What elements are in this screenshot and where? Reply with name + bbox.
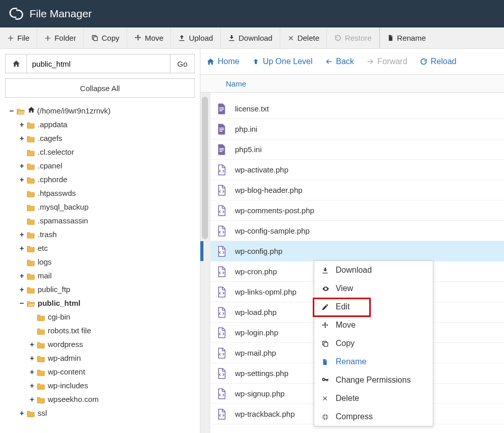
tree-item[interactable]: logs	[18, 255, 195, 269]
tree-item[interactable]: .spamassassin	[18, 214, 195, 227]
tree-label[interactable]: cgi-bin	[48, 312, 70, 321]
tree-label[interactable]: .cpanel	[38, 161, 62, 170]
context-copy[interactable]: Copy	[314, 334, 433, 353]
toolbar-folder-button[interactable]: Folder	[37, 27, 84, 48]
tree-root-label[interactable]: (/home/i9wr9n1zrnvk)	[37, 106, 110, 115]
tree-toggle[interactable]: +	[28, 351, 36, 365]
toolbar-delete-button[interactable]: Delete	[280, 27, 327, 48]
context-view[interactable]: View	[314, 279, 433, 298]
tree-toggle[interactable]: +	[18, 241, 25, 255]
tree-item[interactable]: cgi-bin	[28, 310, 195, 324]
tree-item[interactable]: +.trash	[18, 227, 195, 241]
nav-home[interactable]: Home	[206, 57, 240, 66]
tree-item[interactable]: +wp-includes	[28, 379, 195, 392]
home-icon	[27, 106, 35, 115]
table-row[interactable]	[211, 93, 504, 99]
table-row[interactable]: wp-blog-header.php	[211, 180, 504, 200]
tree-toggle[interactable]: +	[28, 365, 36, 379]
table-row[interactable]: wp-config.php	[211, 241, 504, 262]
tree-label[interactable]: wordpress	[48, 340, 83, 349]
tree-item[interactable]: +.cphorde	[18, 172, 195, 186]
path-input[interactable]	[27, 54, 170, 73]
tree-label[interactable]: .trash	[38, 230, 57, 239]
tree-toggle[interactable]: +	[18, 406, 25, 420]
tree-toggle[interactable]: +	[18, 269, 25, 282]
tree-label[interactable]: wpseekho.com	[48, 395, 99, 403]
tree-toggle[interactable]: +	[18, 282, 25, 296]
context-move[interactable]: Move	[314, 316, 433, 334]
tree-label[interactable]: .htpasswds	[38, 189, 76, 197]
tree-item[interactable]: +wp-admin	[28, 351, 195, 365]
tree-toggle[interactable]: +	[28, 379, 36, 392]
tree-toggle[interactable]: +	[18, 172, 25, 186]
tree-toggle[interactable]: −	[18, 296, 25, 310]
tree-label[interactable]: robots.txt file	[48, 326, 91, 335]
toolbar-move-button[interactable]: Move	[127, 27, 171, 48]
tree-item[interactable]: robots.txt file	[28, 324, 195, 337]
context-delete[interactable]: Delete	[314, 389, 433, 408]
nav-up[interactable]: Up One Level	[252, 57, 313, 66]
home-icon[interactable]	[6, 54, 27, 73]
toolbar-copy-button[interactable]: Copy	[84, 27, 127, 48]
nav-reload[interactable]: Reload	[420, 57, 457, 66]
context-download[interactable]: Download	[314, 261, 433, 279]
tree-label[interactable]: ssl	[38, 409, 47, 417]
nav-back[interactable]: Back	[325, 57, 354, 66]
tree-item[interactable]: +.cpanel	[18, 159, 195, 172]
toolbar-download-button[interactable]: Download	[221, 27, 280, 48]
collapse-all-button[interactable]: Collapse All	[5, 78, 195, 98]
table-row[interactable]: wp-config-sample.php	[211, 221, 504, 241]
go-button[interactable]: Go	[170, 54, 194, 73]
tree-item[interactable]: −public_htmlcgi-binrobots.txt file+wordp…	[18, 296, 195, 406]
tree-label[interactable]: wp-admin	[48, 354, 81, 362]
column-name[interactable]: Name	[226, 79, 246, 88]
tree-label[interactable]: mail	[38, 271, 52, 280]
tree-label[interactable]: .mysql_backup	[38, 203, 88, 211]
tree-item[interactable]: +wpseekho.com	[28, 392, 195, 406]
table-row[interactable]: wp-activate.php	[211, 160, 504, 180]
tree-item[interactable]: +public_ftp	[18, 282, 195, 296]
tree-label[interactable]: .cagefs	[38, 134, 62, 142]
tree-toggle[interactable]: +	[28, 337, 36, 351]
tree-item[interactable]: +wp-content	[28, 365, 195, 379]
tree-label[interactable]: public_html	[38, 299, 80, 307]
tree-toggle[interactable]: +	[28, 392, 36, 406]
toolbar-rename-button[interactable]: Rename	[379, 27, 433, 48]
toolbar-upload-button[interactable]: Upload	[171, 27, 221, 48]
tree-toggle[interactable]: +	[18, 118, 25, 131]
tree-label[interactable]: .cl.selector	[38, 148, 74, 156]
tree-toggle[interactable]: +	[18, 131, 25, 145]
scrollbar-thumb[interactable]	[202, 97, 208, 239]
code-file-icon	[216, 286, 227, 298]
tree-item[interactable]: +etc	[18, 241, 195, 255]
tree-item[interactable]: +mail	[18, 269, 195, 282]
tree-label[interactable]: public_ftp	[38, 285, 70, 294]
tree-label[interactable]: etc	[38, 244, 48, 252]
tree-label[interactable]: wp-content	[48, 367, 85, 376]
table-row[interactable]: license.txt	[211, 99, 504, 119]
tree-toggle[interactable]: +	[18, 159, 25, 172]
table-row[interactable]: php.ini	[211, 119, 504, 139]
context-edit[interactable]: Edit	[314, 298, 433, 316]
tree-toggle[interactable]: +	[18, 227, 25, 241]
tree-item[interactable]: +wordpress	[28, 337, 195, 351]
tree-toggle[interactable]: −	[8, 104, 15, 118]
context-change-permissions[interactable]: Change Permissions	[314, 371, 433, 389]
table-row[interactable]: wp-comments-post.php	[211, 200, 504, 221]
context-rename[interactable]: Rename	[314, 353, 433, 371]
tree-item[interactable]: .cl.selector	[18, 145, 195, 159]
tree-label[interactable]: logs	[38, 257, 52, 266]
tree-label[interactable]: wp-includes	[48, 381, 88, 390]
scrollbar[interactable]	[200, 93, 211, 433]
tree-item[interactable]: +.cagefs	[18, 131, 195, 145]
tree-label[interactable]: .spamassassin	[38, 216, 88, 225]
tree-item[interactable]: +ssl	[18, 406, 195, 420]
tree-item[interactable]: +.appdata	[18, 118, 195, 131]
table-row[interactable]: php5.ini	[211, 139, 504, 160]
context-compress[interactable]: Compress	[314, 408, 433, 426]
tree-item[interactable]: .mysql_backup	[18, 200, 195, 214]
tree-label[interactable]: .appdata	[38, 120, 67, 129]
tree-item[interactable]: .htpasswds	[18, 186, 195, 200]
toolbar-file-button[interactable]: File	[0, 27, 37, 48]
tree-label[interactable]: .cphorde	[38, 175, 67, 184]
